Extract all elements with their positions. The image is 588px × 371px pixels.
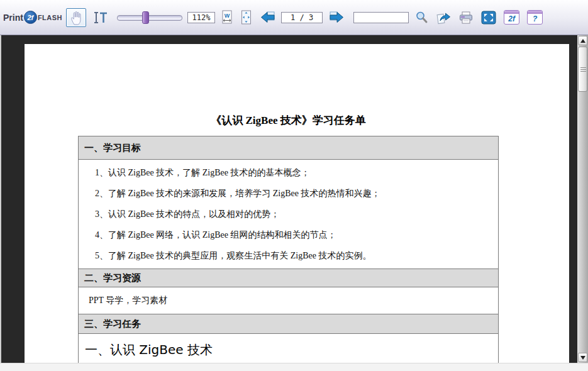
task-heading: 一、认识 ZigBee 技术 [85, 341, 498, 358]
fit-width-button[interactable]: W [220, 9, 234, 26]
printer-icon [458, 11, 474, 25]
purple-cap [528, 11, 542, 14]
about-icon: 2f [504, 10, 519, 25]
print2flash-logo-icon: 2f [24, 11, 37, 24]
bottom-strip [0, 363, 588, 371]
share-arrow-icon [436, 11, 451, 25]
fullscreen-icon [481, 11, 496, 25]
page-number-input[interactable] [281, 12, 323, 23]
goal-item: 2、了解 ZigBee 技术的来源和发展，培养学习 ZigBee 技术的热情和兴… [95, 183, 493, 204]
help-icon: ? [527, 10, 543, 25]
triangle-down-icon [580, 356, 585, 360]
fit-page-icon [240, 10, 252, 25]
section-body-learning-tasks: 一、认识 ZigBee 技术 [79, 334, 498, 363]
vertical-scrollbar[interactable] [577, 35, 588, 363]
fullscreen-button[interactable] [480, 9, 497, 26]
hand-icon [69, 10, 83, 25]
task-sheet-table: 一、学习目标 1、认识 ZigBee 技术，了解 ZigBee 技术的的基本概念… [78, 136, 499, 363]
logo-text-flash: FLASH [38, 14, 62, 21]
logo-badge-text: 2f [28, 14, 34, 21]
goal-item: 3、认识 ZigBee 技术的特点，以及相对的优势； [95, 204, 493, 224]
section-body-learning-resources: PPT 导学，学习素材 [79, 287, 498, 314]
help-glyph: ? [533, 14, 537, 24]
document-viewer: 《认识 ZigBee 技术》学习任务单 一、学习目标 1、认识 ZigBee 技… [0, 35, 577, 363]
search-button[interactable] [414, 9, 430, 25]
about-print2flash-button[interactable]: 2f [502, 9, 521, 26]
magnifier-icon [415, 11, 428, 24]
zoom-level-input[interactable] [187, 12, 215, 23]
toolbar: Print 2f FLASH W [0, 0, 588, 35]
section-header-learning-tasks: 三、学习任务 [79, 314, 498, 334]
section-header-learning-resources: 二、学习资源 [79, 269, 498, 287]
document-content: 《认识 ZigBee 技术》学习任务单 一、学习目标 1、认识 ZigBee 技… [78, 44, 499, 363]
goal-item: 1、认识 ZigBee 技术，了解 ZigBee 技术的的基本概念； [95, 162, 493, 183]
zoom-slider-track[interactable] [117, 15, 182, 21]
fit-page-button[interactable] [239, 9, 253, 26]
about-glyph: 2f [508, 14, 515, 24]
text-select-tool-button[interactable] [92, 9, 109, 26]
help-button[interactable]: ? [526, 9, 544, 26]
resource-item: PPT 导学，学习素材 [89, 295, 167, 306]
section-body-learning-goals: 1、认识 ZigBee 技术，了解 ZigBee 技术的的基本概念； 2、了解 … [79, 160, 498, 269]
print2flash-document-viewer: Print 2f FLASH W [0, 0, 588, 371]
thumb-grip-icon [580, 67, 586, 72]
print2flash-logo: Print 2f FLASH [3, 11, 62, 24]
previous-page-button[interactable] [258, 9, 277, 25]
scroll-up-button[interactable] [578, 36, 587, 45]
purple-cap [504, 11, 519, 14]
scrollbar-thumb[interactable] [578, 47, 587, 92]
zoom-slider[interactable] [117, 11, 182, 24]
arrow-left-icon [260, 11, 275, 24]
logo-text-print: Print [3, 13, 23, 23]
zoom-slider-thumb[interactable] [142, 11, 149, 24]
hand-tool-button[interactable] [66, 8, 86, 27]
goal-item: 5、了解 ZigBee 技术的典型应用，观察生活中有关 ZigBee 技术的实例… [95, 245, 493, 266]
next-page-button[interactable] [328, 9, 346, 25]
document-title: 《认识 ZigBee 技术》学习任务单 [78, 113, 499, 128]
fit-width-icon: W [221, 10, 233, 25]
text-cursor-icon [93, 11, 108, 24]
arrow-right-icon [329, 11, 345, 24]
export-button[interactable] [435, 9, 452, 26]
scroll-down-button[interactable] [578, 353, 587, 362]
triangle-up-icon [580, 39, 585, 43]
goal-item: 4、了解 ZigBee 网络，认识 ZigBee 组网的结构和相关的节点； [95, 224, 493, 245]
section-header-learning-goals: 一、学习目标 [79, 136, 498, 160]
search-input[interactable] [353, 12, 409, 23]
document-page: 《认识 ZigBee 技术》学习任务单 一、学习目标 1、认识 ZigBee 技… [25, 44, 569, 363]
svg-text:W: W [225, 13, 230, 19]
print-button[interactable] [457, 9, 475, 26]
